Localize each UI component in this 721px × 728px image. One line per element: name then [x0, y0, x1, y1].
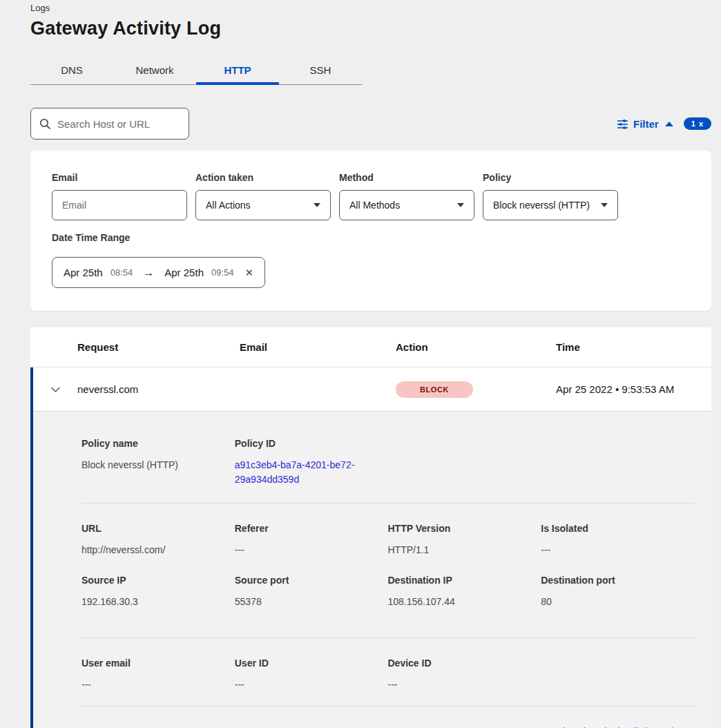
start-date[interactable]: Apr 25th: [64, 267, 103, 278]
collapse-row-chevron-icon[interactable]: [51, 387, 60, 392]
filter-field-action-taken: Action taken All Actions: [195, 172, 331, 220]
filter-field-policy: Policy Block neverssl (HTTP): [483, 172, 618, 220]
method-selected-value: All Methods: [349, 200, 400, 211]
source-ip-value: 192.168.30.3: [81, 595, 224, 609]
filter-panel: Email Action taken All Actions Method Al…: [30, 151, 711, 311]
activity-log-table: Request Email Action Time neverssl.com B…: [30, 327, 711, 728]
start-time[interactable]: 08:54: [110, 267, 133, 278]
tab-ssh[interactable]: SSH: [279, 56, 362, 84]
filter-field-email: Email: [52, 172, 187, 220]
gateway-activity-log-page: Logs Gateway Activity Log DNS Network HT…: [30, 0, 711, 728]
detail-field-policy-id: Policy ID a91c3eb4-ba7a-4201-be72-29a934…: [235, 438, 388, 487]
filter-label: Filter: [633, 118, 659, 130]
device-id-value: ---: [388, 678, 530, 692]
column-header-time: Time: [556, 341, 711, 353]
chevron-down-icon: [601, 203, 608, 207]
user-id-value: ---: [235, 678, 377, 692]
filter-field-date-range: Date Time Range Apr 25th 08:54 → Apr 25t…: [52, 232, 690, 288]
detail-user-section: User email --- User ID --- Device ID ---: [81, 638, 694, 707]
detail-field-device-id: Device ID ---: [388, 658, 541, 692]
is-isolated-label: Is Isolated: [541, 523, 683, 534]
row-time-value: Apr 25 2022 • 9:53:53 AM: [556, 383, 711, 395]
http-version-label: HTTP Version: [388, 523, 530, 534]
email-filter-label: Email: [52, 172, 187, 183]
destination-ip-label: Destination IP: [388, 575, 530, 586]
user-id-label: User ID: [235, 658, 377, 669]
destination-port-label: Destination port: [541, 575, 683, 586]
source-port-label: Source port: [235, 575, 377, 586]
detail-field-referer: Referer ---: [235, 523, 388, 557]
method-select[interactable]: All Methods: [339, 190, 474, 220]
arrow-right-icon: →: [140, 267, 157, 279]
date-range-picker[interactable]: Apr 25th 08:54 → Apr 25th 09:54 ✕: [52, 257, 265, 288]
row-request-value: neverssl.com: [77, 383, 240, 395]
date-range-label: Date Time Range: [52, 232, 690, 243]
tab-http[interactable]: HTTP: [196, 56, 279, 84]
user-email-label: User email: [81, 658, 224, 669]
detail-policy-section: Policy name Block neverssl (HTTP) Policy…: [81, 438, 694, 504]
search-icon: [39, 118, 51, 130]
policy-filter-label: Policy: [483, 172, 618, 183]
column-header-email: Email: [240, 341, 396, 353]
filter-count-badge[interactable]: 1 x: [684, 117, 711, 130]
url-label: URL: [81, 523, 224, 534]
detail-empty-cell: [541, 658, 694, 692]
detail-field-source-port: Source port 55378: [235, 575, 388, 609]
policy-selected-value: Block neverssl (HTTP): [493, 200, 590, 211]
chevron-down-icon: [314, 203, 320, 207]
referer-label: Referer: [235, 523, 377, 534]
method-filter-label: Method: [339, 172, 474, 183]
detail-field-user-id: User ID ---: [235, 658, 388, 692]
filter-toggle[interactable]: Filter 1 x: [617, 117, 711, 130]
policy-id-link[interactable]: a91c3eb4-ba7a-4201-be72-29a934dd359d: [235, 458, 369, 487]
toolbar: Filter 1 x: [30, 108, 711, 140]
filter-sliders-icon: [617, 119, 628, 129]
column-header-action: Action: [396, 341, 556, 353]
device-id-label: Device ID: [388, 658, 530, 669]
policy-name-label: Policy name: [81, 438, 224, 449]
action-taken-selected-value: All Actions: [206, 200, 251, 211]
page-title: Gateway Activity Log: [30, 18, 711, 39]
tab-bar: DNS Network HTTP SSH: [30, 56, 362, 85]
row-detail-panel: Policy name Block neverssl (HTTP) Policy…: [33, 411, 711, 728]
action-taken-select[interactable]: All Actions: [195, 190, 331, 220]
policy-id-label: Policy ID: [235, 438, 377, 449]
detail-field-http-version: HTTP Version HTTP/1.1: [388, 523, 541, 557]
detail-field-url: URL http://neverssl.com/: [81, 523, 235, 557]
block-status-badge: BLOCK: [396, 381, 473, 398]
expanded-row-container: neverssl.com BLOCK Apr 25 2022 • 9:53:53…: [30, 367, 711, 728]
action-taken-filter-label: Action taken: [195, 172, 331, 183]
end-date[interactable]: Apr 25th: [164, 267, 204, 278]
user-email-value: ---: [81, 678, 224, 692]
destination-port-value: 80: [541, 595, 683, 609]
column-header-request: Request: [77, 341, 240, 353]
detail-field-destination-port: Destination port 80: [541, 575, 694, 609]
detail-field-is-isolated: Is Isolated ---: [541, 523, 694, 557]
search-input[interactable]: [57, 118, 180, 130]
search-box: [30, 108, 189, 140]
table-row[interactable]: neverssl.com BLOCK Apr 25 2022 • 9:53:53…: [33, 367, 711, 411]
policy-select[interactable]: Block neverssl (HTTP): [483, 190, 618, 220]
detail-http-section: URL http://neverssl.com/ Referer --- HTT…: [81, 504, 694, 638]
detail-field-policy-name: Policy name Block neverssl (HTTP): [81, 438, 235, 487]
chevron-down-icon: [457, 203, 464, 207]
http-version-value: HTTP/1.1: [388, 543, 530, 557]
radar-link-row: View domain details in Radar →: [81, 707, 694, 728]
is-isolated-value: ---: [541, 543, 683, 557]
tab-dns[interactable]: DNS: [30, 56, 113, 84]
referer-value: ---: [235, 543, 377, 557]
policy-name-value: Block neverssl (HTTP): [81, 458, 224, 472]
url-value: http://neverssl.com/: [81, 543, 224, 557]
source-ip-label: Source IP: [81, 575, 224, 586]
clear-date-range-icon[interactable]: ✕: [245, 267, 254, 279]
table-header-row: Request Email Action Time: [30, 327, 711, 367]
end-time[interactable]: 09:54: [211, 267, 234, 278]
chevron-up-icon: [665, 122, 673, 126]
source-port-value: 55378: [235, 595, 377, 609]
filter-field-method: Method All Methods: [339, 172, 474, 220]
email-filter-input[interactable]: [52, 190, 187, 220]
tab-network[interactable]: Network: [113, 56, 196, 84]
breadcrumb[interactable]: Logs: [30, 0, 711, 13]
detail-field-source-ip: Source IP 192.168.30.3: [81, 575, 235, 609]
detail-field-destination-ip: Destination IP 108.156.107.44: [388, 575, 541, 609]
